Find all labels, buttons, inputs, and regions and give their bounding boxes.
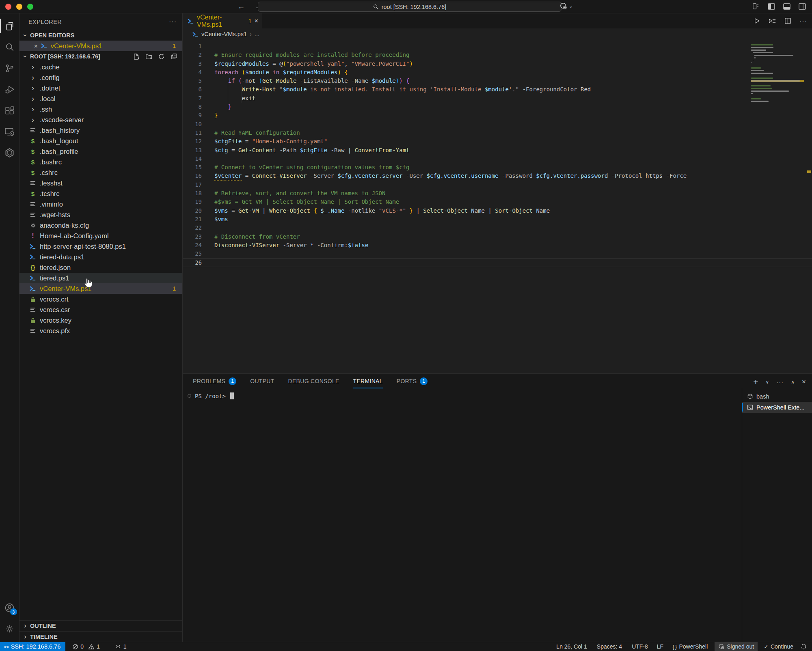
- root-folder-header[interactable]: › ROOT [SSH: 192.168.6.76]: [19, 51, 182, 62]
- panel-tab-terminal[interactable]: TERMINAL: [353, 374, 383, 388]
- code-line-16[interactable]: 16$vCenter = Connect-VIServer -Server $c…: [183, 172, 812, 180]
- code-line-6[interactable]: 6 Write-Host "$module is not installed. …: [183, 85, 812, 94]
- customize-layout-icon[interactable]: [752, 2, 760, 11]
- activity-remote-explorer[interactable]: [0, 121, 19, 142]
- new-folder-icon[interactable]: [145, 53, 152, 60]
- continue-button[interactable]: ✓ Continue: [760, 642, 797, 651]
- code-line-15[interactable]: 15# Connect to vCenter using configurati…: [183, 163, 812, 172]
- cursor-position[interactable]: Ln 26, Col 1: [553, 642, 591, 651]
- tab-vcenter-vms[interactable]: vCenter-VMs.ps1 1 ×: [183, 13, 262, 28]
- activity-settings[interactable]: [0, 618, 19, 639]
- file-item-vcrocs.pfx[interactable]: vcrocs.pfx: [19, 326, 182, 336]
- file-item-tiered.json[interactable]: {}tiered.json: [19, 262, 182, 273]
- collapse-all-icon[interactable]: [171, 53, 177, 60]
- ports-status[interactable]: 1: [111, 642, 130, 651]
- indentation[interactable]: Spaces: 4: [593, 642, 626, 651]
- folder-item-.cache[interactable]: ›.cache: [19, 62, 182, 72]
- code-line-7[interactable]: 7 exit: [183, 94, 812, 103]
- panel-tab-output[interactable]: OUTPUT: [250, 374, 274, 388]
- run-menu-icon[interactable]: [768, 17, 776, 25]
- problems-status[interactable]: 0 1: [69, 642, 104, 651]
- code-line-21[interactable]: 21$vms: [183, 215, 812, 224]
- zoom-window-button[interactable]: [27, 4, 33, 10]
- panel-tab-debug-console[interactable]: DEBUG CONSOLE: [288, 374, 339, 388]
- code-line-22[interactable]: 22: [183, 224, 812, 232]
- code-line-9[interactable]: 9}: [183, 111, 812, 120]
- breadcrumb-symbol[interactable]: ...: [255, 31, 259, 37]
- toggle-secondary-sidebar-icon[interactable]: [798, 2, 806, 11]
- file-item-vcrocs.csr[interactable]: vcrocs.csr: [19, 304, 182, 315]
- remote-indicator[interactable]: >< SSH: 192.168.6.76: [0, 642, 65, 651]
- file-item-http-server-api-test-8080.ps1[interactable]: http-server-api-test-8080.ps1: [19, 241, 182, 252]
- terminal-item-bash[interactable]: bash: [742, 391, 812, 402]
- back-arrow-icon[interactable]: ←: [238, 2, 245, 11]
- close-tab-icon[interactable]: ×: [255, 17, 258, 25]
- folder-item-.config[interactable]: ›.config: [19, 72, 182, 83]
- new-terminal-icon[interactable]: +: [753, 377, 758, 387]
- code-line-26[interactable]: 26: [183, 258, 812, 267]
- code-line-25[interactable]: 25: [183, 250, 812, 258]
- notifications-bell[interactable]: [797, 642, 810, 651]
- code-line-2[interactable]: 2# Ensure required modules are installed…: [183, 51, 812, 59]
- code-line-4[interactable]: 4foreach ($module in $requiredModules) {: [183, 68, 812, 77]
- maximize-panel-icon[interactable]: ∧: [791, 379, 795, 385]
- encoding[interactable]: UTF-8: [628, 642, 652, 651]
- file-item-.bash_logout[interactable]: $.bash_logout: [19, 136, 182, 146]
- activity-extensions[interactable]: [0, 100, 19, 121]
- open-editor-item[interactable]: × vCenter-VMs.ps1 1: [19, 41, 182, 51]
- file-item-.wget-hsts[interactable]: .wget-hsts: [19, 209, 182, 220]
- language-mode[interactable]: { } PowerShell: [669, 642, 711, 651]
- code-line-18[interactable]: 18# Retrieve, sort, and convert the VM n…: [183, 189, 812, 198]
- code-line-19[interactable]: 19#$vms = Get-VM | Select-Object Name | …: [183, 198, 812, 206]
- code-line-14[interactable]: 14: [183, 155, 812, 163]
- code-line-20[interactable]: 20$vms = Get-VM | Where-Object { $_.Name…: [183, 207, 812, 215]
- file-item-.bashrc[interactable]: $.bashrc: [19, 157, 182, 167]
- command-center-search[interactable]: root [SSH: 192.168.6.76]: [258, 2, 561, 12]
- close-panel-icon[interactable]: ×: [802, 378, 806, 386]
- activity-source-control[interactable]: [0, 58, 19, 79]
- activity-hexagon-extension[interactable]: [0, 142, 19, 163]
- split-editor-icon[interactable]: [784, 17, 792, 25]
- refresh-icon[interactable]: [158, 53, 165, 60]
- folder-item-.dotnet[interactable]: ›.dotnet: [19, 83, 182, 93]
- more-actions-icon[interactable]: ···: [776, 379, 784, 386]
- terminal-item-powershell-exte-[interactable]: PowerShell Exte...: [742, 402, 812, 413]
- code-line-3[interactable]: 3$requiredModules = @("powershell-yaml",…: [183, 60, 812, 68]
- file-item-.cshrc[interactable]: $.cshrc: [19, 167, 182, 178]
- file-item-tiered.ps1[interactable]: tiered.ps1: [19, 273, 182, 283]
- file-item-tiered-data.ps1[interactable]: tiered-data.ps1: [19, 252, 182, 262]
- editor[interactable]: 12# Ensure required modules are installe…: [183, 40, 812, 373]
- file-item-.viminfo[interactable]: .viminfo: [19, 199, 182, 209]
- code-line-12[interactable]: 12$cfgFile = "Home-Lab-Config.yaml": [183, 137, 812, 146]
- close-icon[interactable]: ×: [34, 43, 38, 50]
- file-item-.tcshrc[interactable]: $.tcshrc: [19, 188, 182, 199]
- file-item-vcrocs.crt[interactable]: vcrocs.crt: [19, 294, 182, 304]
- code-line-17[interactable]: 17: [183, 181, 812, 189]
- file-item-.bash_profile[interactable]: $.bash_profile: [19, 146, 182, 157]
- folder-item-.vscode-server[interactable]: ›.vscode-server: [19, 114, 182, 125]
- account-status[interactable]: Signed out: [715, 642, 758, 651]
- folder-item-.local[interactable]: ›.local: [19, 93, 182, 104]
- code-line-5[interactable]: 5 if (-not (Get-Module -ListAvailable -N…: [183, 77, 812, 85]
- folder-item-.ssh[interactable]: ›.ssh: [19, 104, 182, 114]
- file-item-vCenter-VMs.ps1[interactable]: vCenter-VMs.ps11: [19, 283, 182, 294]
- code-line-8[interactable]: 8 }: [183, 103, 812, 111]
- minimize-window-button[interactable]: [16, 4, 22, 10]
- eol-sequence[interactable]: LF: [653, 642, 667, 651]
- breadcrumb[interactable]: vCenter-VMs.ps1 › ...: [183, 28, 812, 40]
- activity-search[interactable]: [0, 37, 19, 58]
- file-item-.lesshst[interactable]: .lesshst: [19, 178, 182, 188]
- terminal-dropdown-icon[interactable]: ∨: [765, 379, 769, 385]
- open-editors-header[interactable]: › OPEN EDITORS: [19, 30, 182, 41]
- new-file-icon[interactable]: [133, 53, 140, 60]
- activity-accounts[interactable]: 3: [0, 597, 19, 618]
- code-line-24[interactable]: 24Disconnect-VIServer -Server * -Confirm…: [183, 241, 812, 250]
- minimap[interactable]: [751, 41, 804, 112]
- code-line-13[interactable]: 13$cfg = Get-Content -Path $cfgFile -Raw…: [183, 146, 812, 155]
- close-window-button[interactable]: [5, 4, 11, 10]
- outline-header[interactable]: › OUTLINE: [19, 621, 182, 631]
- terminal[interactable]: PS /root>: [183, 388, 742, 642]
- code-line-11[interactable]: 11# Read YAML configuration: [183, 129, 812, 137]
- file-item-.bash_history[interactable]: .bash_history: [19, 125, 182, 136]
- more-actions-icon[interactable]: ···: [169, 18, 177, 26]
